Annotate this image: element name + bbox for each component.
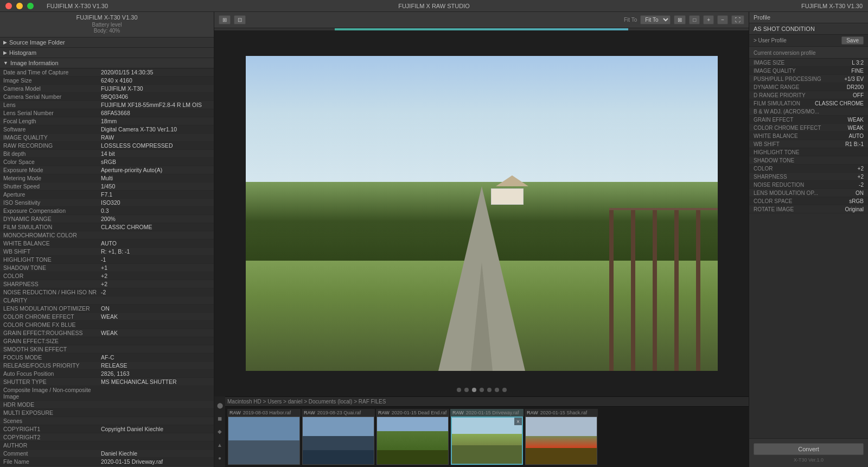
info-row: DYNAMIC RANGE200% [0,215,214,223]
sidebar-icon-1[interactable]: ⬤ [215,401,224,409]
thumbnail-close-button[interactable]: × [514,418,522,425]
center-panel: ⊞ ⊡ Fit To Fit To Fill 100% 50% 25% ⊠ □ … [214,12,749,467]
nav-dot-5[interactable] [487,388,492,392]
filmstrip-sidebar-icons: ⬤ ◼ ◆ ▲ ● [214,396,225,467]
info-row: CommentDaniel Kiechle [0,450,214,458]
zoom-out-button[interactable]: − [717,15,728,24]
profile-row: LENS MODULATION OP...ON [749,189,868,197]
right-panel-title: Profile [749,12,868,23]
nav-dot-6[interactable] [495,388,499,392]
app-title: FUJIFILM X RAW STUDIO [398,3,470,9]
fence-layer [609,208,718,371]
filmstrip-item-2[interactable]: RAW2019-08-23 Quai.raf [302,409,375,465]
sidebar-icon-3[interactable]: ◆ [215,427,224,436]
battery-info: Battery level Body: 40% [4,21,209,35]
close-window-button[interactable] [5,3,12,9]
info-row: SHUTTER TYPEMS MECHANICAL SHUTTER [0,378,214,386]
sidebar-icon-2[interactable]: ◼ [215,414,224,423]
center-toolbar: ⊞ ⊡ Fit To Fit To Fill 100% 50% 25% ⊠ □ … [214,12,749,28]
image-navigation-dots [457,388,507,392]
histogram-section[interactable]: ▶ Histogram [0,48,214,58]
filmstrip-thumbnails: RAW2019-08-03 Harbor.rafRAW2019-08-23 Qu… [214,407,749,467]
filmstrip-item-3[interactable]: RAW2020-01-15 Dead End.raf [376,409,449,465]
info-row: Auto Focus Position2826, 1163 [0,370,214,378]
grid-view-button[interactable]: ⊞ [219,15,231,24]
user-profile-row: > User Profile Save [749,35,868,47]
profile-row: COLOR+2 [749,165,868,173]
info-row: LENS MODULATION OPTIMIZERON [0,305,214,313]
info-row: MULTI EXPOSURE [0,409,214,417]
camera-model-label: FUJIFILM X-T30 V1.30 [4,14,209,21]
image-info-section[interactable]: ▼ Image Information [0,58,214,68]
profile-row: DYNAMIC RANGEDR200 [749,83,868,91]
filmstrip-item-4[interactable]: RAW2020-01-15 Driveway.raf× [450,409,524,465]
histogram-arrow: ▶ [3,50,7,55]
sidebar-icon-5[interactable]: ● [215,454,224,463]
profile-table: IMAGE SIZEL 3:2IMAGE QUALITYFINEPUSH/PUL… [749,59,868,438]
info-row: RELEASE/FOCUS PRIORITYRELEASE [0,362,214,370]
thumbnail-image-1 [228,416,300,465]
as-shot-label: AS SHOT CONDITION [754,26,864,32]
zoom-fit-button[interactable]: □ [689,15,700,24]
info-row: Exposure Compensation0.3 [0,207,214,215]
sky-layer [246,56,718,198]
nav-dot-2[interactable] [464,388,469,392]
source-folder-section[interactable]: ▶ Source Image Folder [0,37,214,48]
info-row: Composite Image / Non-composite Image [0,386,214,401]
as-shot-section[interactable]: AS SHOT CONDITION [749,23,868,35]
profile-row: IMAGE QUALITYFINE [749,67,868,75]
right-panel: Profile AS SHOT CONDITION > User Profile… [749,12,868,467]
profile-row: WB SHIFTR1 B:-1 [749,140,868,148]
info-row: ApertureF7.1 [0,191,214,199]
info-row: SoftwareDigital Camera X-T30 Ver1.10 [0,125,214,134]
zoom-select[interactable]: Fit To Fill 100% 50% 25% [640,15,671,24]
info-row: Lens Serial Number68FA53668 [0,109,214,117]
info-row: WHITE BALANCEAUTO [0,239,214,248]
info-row: LensFUJIFILM XF18-55mmF2.8-4 R LM OIS [0,101,214,109]
minimize-window-button[interactable] [16,3,23,9]
single-view-button[interactable]: ⊡ [234,15,246,24]
save-button[interactable]: Save [841,36,864,45]
profile-row: WHITE BALANCEAUTO [749,132,868,140]
profile-row: D RANGE PRIORITYOFF [749,91,868,99]
filmstrip-path: ⚫ Macintosh HD > Users > daniel > Docume… [214,397,749,407]
info-row: IMAGE QUALITYRAW [0,134,214,142]
profile-row: SHARPNESS+2 [749,173,868,181]
info-row: MONOCHROMATIC COLOR [0,231,214,239]
info-row: Shutter Speed1/450 [0,182,214,191]
info-row: Metering ModeMulti [0,174,214,182]
image-info-table: Date and Time of Capture2020/01/15 14:30… [0,68,214,467]
zoom-reset-button[interactable]: ⊠ [674,15,686,24]
left-panel: FUJIFILM X-T30 V1.30 Battery level Body:… [0,12,214,467]
convert-button[interactable]: Convert [754,443,864,455]
info-row: Date and Time of Capture2020/01/15 14:30… [0,68,214,77]
road-mid-layer [471,262,493,371]
profile-row: NOISE REDUCTION-2 [749,181,868,189]
profile-row: COLOR SPACEsRGB [749,197,868,205]
zoom-in-button[interactable]: + [703,15,714,24]
nav-dot-7[interactable] [502,388,507,392]
info-row: Exposure ModeAperture-priority Auto(A) [0,166,214,174]
info-row: AUTHOR [0,441,214,450]
info-row: COLOR CHROME FX BLUE [0,321,214,329]
filmstrip-item-1[interactable]: RAW2019-08-03 Harbor.raf [227,409,301,465]
source-folder-arrow: ▶ [3,40,7,45]
maximize-window-button[interactable] [27,3,34,9]
firmware-version-label: X-T30 Ver.1.0 [794,457,824,463]
app-version: FUJIFILM X-T30 V1.30 [801,3,863,9]
info-row: Scenes [0,417,214,425]
left-panel-title: FUJIFILM X-T30 V1.30 [47,3,108,9]
filmstrip-item-5[interactable]: RAW2020-01-15 Shack.raf [525,409,598,465]
info-row: Bit depth14 bit [0,150,214,158]
nav-dot-1[interactable] [457,388,461,392]
nav-dot-4[interactable] [480,388,484,392]
house-element [491,188,524,205]
sidebar-icon-4[interactable]: ▲ [215,440,224,449]
full-screen-button[interactable]: ⛶ [731,15,744,24]
profile-row: GRAIN EFFECTWEAK [749,116,868,124]
thumbnail-image-4: × [451,416,523,465]
info-row: Camera Serial Number9BQ03406 [0,93,214,101]
profile-row: IMAGE SIZEL 3:2 [749,59,868,67]
nav-dot-3[interactable] [472,388,476,392]
info-row: WB SHIFTR: +1, B: -1 [0,248,214,256]
